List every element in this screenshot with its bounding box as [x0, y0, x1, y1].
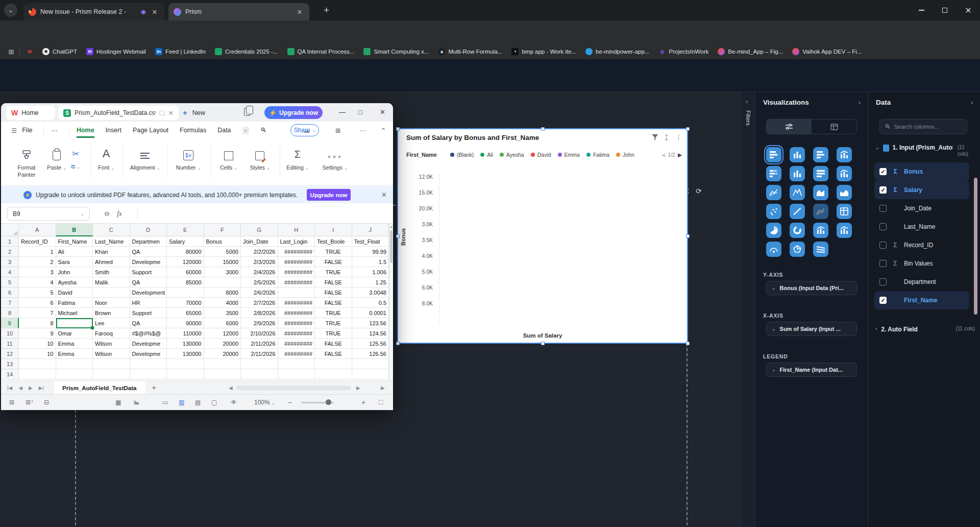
row-header-12[interactable]: 12: [1, 349, 19, 359]
field-row-bin-values[interactable]: ΣBin Values: [874, 254, 969, 273]
settings-group-button[interactable]: ∘∘∘ Settings ⌄: [318, 145, 351, 172]
cell-B1[interactable]: First_Name: [56, 236, 93, 247]
legend-item[interactable]: Ayesha: [500, 152, 524, 158]
field-checkbox[interactable]: [879, 260, 887, 267]
cell-I14[interactable]: [315, 369, 352, 379]
chart-type-areafill-icon[interactable]: [837, 185, 852, 200]
cell-F11[interactable]: 20000: [204, 339, 241, 349]
status-chart-icon[interactable]: 📊︎: [134, 399, 140, 406]
field-row-bonus[interactable]: ✓ΣBonus: [874, 162, 969, 181]
cell-G3[interactable]: 2/3/2026: [241, 257, 278, 267]
menu-insert[interactable]: Insert: [106, 127, 121, 134]
chart-type-vpair-icon[interactable]: [790, 166, 805, 181]
window-minimize-button[interactable]: [910, 0, 933, 20]
chart-filter-icon[interactable]: [652, 134, 658, 140]
bookmark-item[interactable]: •bmp app - Work ite...: [511, 48, 576, 55]
cell-H6[interactable]: [278, 288, 315, 298]
legend-field-pill[interactable]: ⌄First_Name (Input Dat...: [766, 363, 857, 377]
cell-J8[interactable]: 0.0001: [352, 308, 389, 318]
group-collapsed-icon[interactable]: ›: [875, 326, 877, 333]
cell-A2[interactable]: 1: [19, 247, 56, 257]
fill-handle[interactable]: [91, 326, 94, 329]
column-header-J[interactable]: J: [352, 224, 389, 236]
cell-E6[interactable]: [167, 288, 204, 298]
cell-C7[interactable]: Noor: [93, 298, 130, 308]
chart-type-pie-icon[interactable]: [766, 223, 781, 238]
cell-G1[interactable]: Join_Date: [241, 236, 278, 247]
cell-F6[interactable]: 8000: [204, 288, 241, 298]
cell-B11[interactable]: Emma: [56, 339, 93, 349]
cell-H12[interactable]: #########: [278, 349, 315, 359]
cell-A5[interactable]: 4: [19, 277, 56, 288]
visibility-icon[interactable]: 👁︎: [231, 399, 237, 406]
menu-file[interactable]: File: [22, 127, 32, 134]
field-row-salary[interactable]: ✓ΣSalary: [874, 181, 969, 199]
chart-type-areaw-icon[interactable]: [813, 185, 828, 200]
chart-type-flow-icon[interactable]: [813, 242, 828, 257]
field-checkbox[interactable]: [879, 242, 887, 249]
sheet-tab[interactable]: Prism_AutoField_TestData: [54, 381, 145, 394]
wps-home-tab[interactable]: W Home: [6, 106, 55, 120]
bookmark-item[interactable]: aMulti-Row Formula...: [438, 48, 502, 55]
chart-expand-icon[interactable]: ⤡: [663, 133, 671, 141]
autofield-group-header[interactable]: › 2. Auto Field (11 cols): [875, 326, 975, 333]
cell-C4[interactable]: Smith: [93, 267, 130, 277]
cell-D14[interactable]: [130, 369, 167, 379]
window-maximize-button[interactable]: [933, 0, 957, 20]
cell-C5[interactable]: Malik: [93, 277, 130, 288]
cells-group-button[interactable]: Cells ⌄: [215, 145, 242, 172]
input-group-header[interactable]: ⌄ 1. Input (Prism_AutoFiel... (11 cols): [875, 144, 975, 157]
cell-I1[interactable]: Test_Boole: [315, 236, 352, 247]
cell-H4[interactable]: #########: [278, 267, 315, 277]
cell-F12[interactable]: 20000: [204, 349, 241, 359]
cell-D11[interactable]: Developme: [130, 339, 167, 349]
selection-handle[interactable]: [396, 342, 400, 345]
cell-C13[interactable]: [93, 359, 130, 369]
cell-D8[interactable]: Support: [130, 308, 167, 318]
row-header-10[interactable]: 10: [1, 328, 19, 339]
cell-H10[interactable]: #########: [278, 328, 315, 339]
column-header-E[interactable]: E: [167, 224, 204, 236]
cell-G2[interactable]: 2/2/2026: [241, 247, 278, 257]
window-close-button[interactable]: ✕: [957, 0, 980, 20]
cell-C8[interactable]: Brown: [93, 308, 130, 318]
filters-expand-icon[interactable]: ›: [746, 98, 748, 105]
cell-H3[interactable]: #########: [278, 257, 315, 267]
cell-E1[interactable]: Salary: [167, 236, 204, 247]
bookmark-item[interactable]: Be-mind_App – Fig...: [718, 48, 783, 55]
sheet-grid[interactable]: ABCDEFGHIJ1Record_IDFirst_NameLast_NameD…: [1, 224, 390, 380]
cell-F4[interactable]: 3000: [204, 267, 241, 277]
cell-H13[interactable]: [278, 359, 315, 369]
cell-I10[interactable]: TRUE: [315, 328, 352, 339]
cell-I9[interactable]: TRUE: [315, 318, 352, 328]
cell-A8[interactable]: 7: [19, 308, 56, 318]
selection-handle[interactable]: [686, 342, 690, 345]
cell-G8[interactable]: 2/8/2026: [241, 308, 278, 318]
chart-type-linedot-icon[interactable]: [813, 204, 828, 219]
cell-J14[interactable]: [352, 369, 389, 379]
cell-F10[interactable]: 12000: [204, 328, 241, 339]
cell-J1[interactable]: Test_Float: [352, 236, 389, 247]
view-break-icon[interactable]: ▤: [195, 399, 201, 406]
cell-G7[interactable]: 2/7/2026: [241, 298, 278, 308]
zoom-formula-icon[interactable]: ⊖: [104, 210, 110, 218]
legend-item[interactable]: David: [531, 152, 551, 158]
cell-J5[interactable]: 1.25: [352, 277, 389, 288]
cell-C9[interactable]: Lee: [93, 318, 130, 328]
row-header-9[interactable]: 9: [1, 318, 19, 328]
field-checkbox[interactable]: [879, 205, 887, 212]
cell-J10[interactable]: 124.56: [352, 328, 389, 339]
cell-F8[interactable]: 3500: [204, 308, 241, 318]
cell-E2[interactable]: 80000: [167, 247, 204, 257]
cell-I4[interactable]: TRUE: [315, 267, 352, 277]
cell-H14[interactable]: [278, 369, 315, 379]
column-header-B[interactable]: B: [56, 224, 93, 236]
cell-G4[interactable]: 2/4/2026: [241, 267, 278, 277]
chart-type-vbar-icon[interactable]: [790, 147, 805, 162]
cell-D4[interactable]: Support: [130, 267, 167, 277]
field-row-record_id[interactable]: ΣRecord_ID: [874, 236, 969, 254]
cell-G6[interactable]: 2/6/2026: [241, 288, 278, 298]
banner-close-icon[interactable]: ✕: [381, 191, 387, 199]
cell-B5[interactable]: Ayesha: [56, 277, 93, 288]
row-header-3[interactable]: 3: [1, 257, 19, 267]
